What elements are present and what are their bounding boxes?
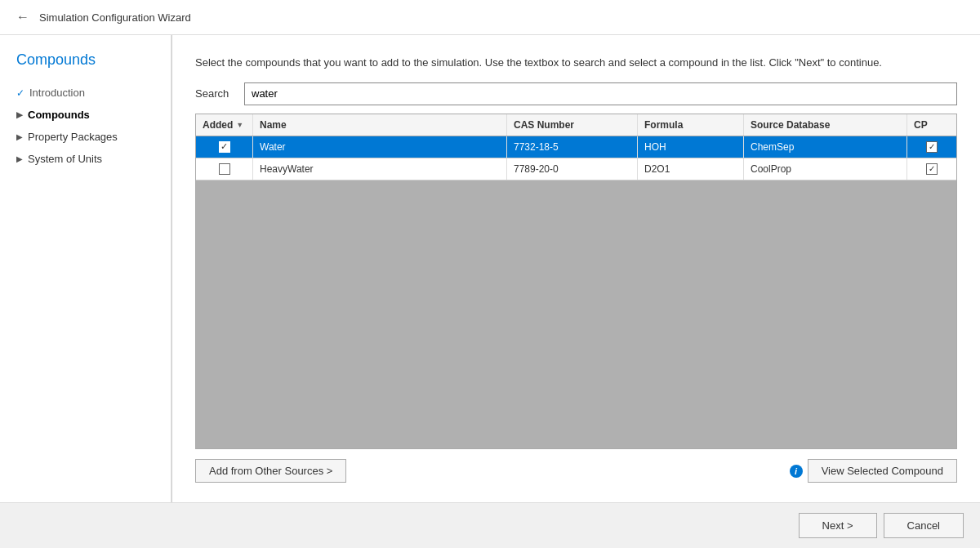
search-row: Search (195, 82, 957, 105)
view-selected-compound-button[interactable]: View Selected Compound (808, 459, 957, 483)
formula-cell: HOH (638, 136, 744, 158)
cp-cell: ✓ (907, 136, 956, 158)
col-cp: CP (907, 114, 956, 136)
sidebar-item-introduction[interactable]: ✓ Introduction (0, 82, 171, 104)
name-cell: Water (253, 136, 507, 158)
added-checkbox[interactable] (219, 163, 230, 175)
sidebar-item-system-of-units[interactable]: ▶ System of Units (0, 148, 171, 170)
search-input[interactable] (244, 82, 957, 105)
compounds-table: Added ▼ Name CAS Number Formula Source D… (195, 114, 957, 450)
sidebar-item-label: Compounds (28, 109, 90, 121)
search-label: Search (195, 87, 234, 100)
sidebar-item-label: Property Packages (28, 131, 118, 143)
title-bar: ← Simulation Configuration Wizard (0, 0, 980, 35)
cancel-button[interactable]: Cancel (884, 513, 964, 538)
cas-cell: 7732-18-5 (507, 136, 638, 158)
sidebar-item-property-packages[interactable]: ▶ Property Packages (0, 126, 171, 148)
sidebar-item-label: System of Units (28, 153, 102, 165)
sort-icon: ▼ (236, 121, 243, 129)
add-from-other-sources-button[interactable]: Add from Other Sources > (195, 459, 346, 483)
check-icon: ✓ (16, 87, 24, 99)
sidebar: Compounds ✓ Introduction ▶ Compounds ▶ P… (0, 35, 172, 502)
back-button[interactable]: ← (16, 10, 29, 25)
table-body: ✓ Water 7732-18-5 HOH ChemSep ✓ HeavyWat… (196, 136, 956, 449)
description-text: Select the compounds that you want to ad… (195, 55, 957, 71)
name-cell: HeavyWater (253, 158, 507, 180)
content-area: Select the compounds that you want to ad… (172, 35, 980, 502)
source-cell: ChemSep (744, 136, 907, 158)
arrow-icon: ▶ (16, 110, 23, 119)
cp-checkbox: ✓ (926, 163, 938, 175)
cp-checkbox: ✓ (926, 141, 938, 153)
table-row[interactable]: HeavyWater 7789-20-0 D2O1 CoolProp ✓ (196, 158, 956, 180)
col-formula: Formula (638, 114, 744, 136)
sidebar-item-compounds[interactable]: ▶ Compounds (0, 104, 171, 126)
sidebar-title: Compounds (0, 51, 171, 82)
wizard-title: Simulation Configuration Wizard (39, 11, 191, 24)
col-added[interactable]: Added ▼ (196, 114, 253, 136)
next-button[interactable]: Next > (799, 513, 877, 538)
main-content: Compounds ✓ Introduction ▶ Compounds ▶ P… (0, 35, 980, 502)
table-row[interactable]: ✓ Water 7732-18-5 HOH ChemSep ✓ (196, 136, 956, 158)
table-header: Added ▼ Name CAS Number Formula Source D… (196, 114, 956, 136)
added-checkbox[interactable]: ✓ (219, 141, 230, 153)
cp-cell: ✓ (907, 158, 956, 180)
footer: Next > Cancel (0, 502, 980, 548)
sidebar-item-label: Introduction (29, 87, 85, 99)
action-buttons: Add from Other Sources > i View Selected… (195, 459, 957, 483)
col-source: Source Database (744, 114, 907, 136)
arrow-icon: ▶ (16, 132, 23, 141)
formula-cell: D2O1 (638, 158, 744, 180)
added-cell[interactable] (196, 158, 253, 180)
arrow-icon: ▶ (16, 154, 23, 163)
source-cell: CoolProp (744, 158, 907, 180)
view-compound-group: i View Selected Compound (790, 459, 957, 483)
info-icon: i (790, 465, 803, 478)
col-cas: CAS Number (507, 114, 638, 136)
col-name: Name (253, 114, 507, 136)
cas-cell: 7789-20-0 (507, 158, 638, 180)
added-cell[interactable]: ✓ (196, 136, 253, 158)
